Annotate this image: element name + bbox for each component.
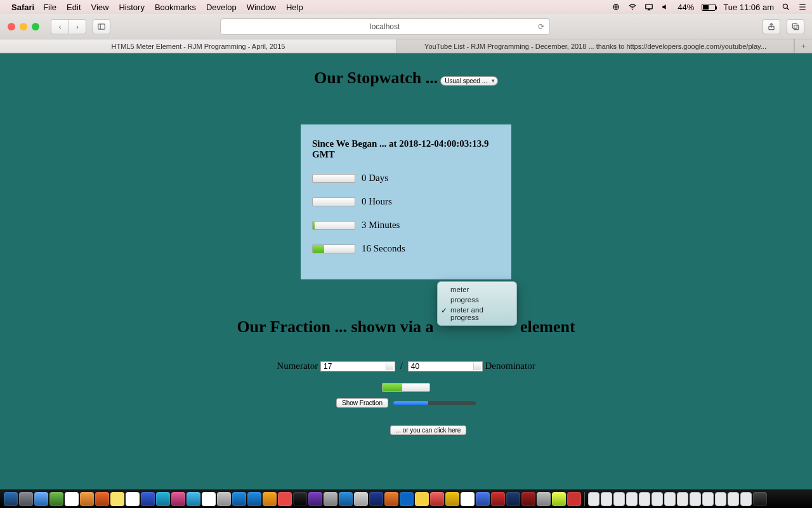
element-type-dropdown[interactable]: meter progress meter and progress [437,281,517,326]
safari-toolbar: ‹ › localhost ⟳ [0,14,812,39]
dock-app[interactable] [324,492,337,506]
menu-view[interactable]: View [91,3,109,12]
dropdown-option-progress[interactable]: progress [438,295,516,305]
dock-app[interactable] [415,492,429,506]
click-here-button[interactable]: ... or you can click here [390,425,467,435]
airplay-icon[interactable] [645,3,653,11]
sidebar-button[interactable] [93,19,110,34]
dock-app[interactable] [95,492,109,506]
dock-min-window[interactable] [677,492,688,506]
dock-min-window[interactable] [702,492,714,506]
dock-app[interactable] [369,492,383,506]
dock-app[interactable] [232,492,246,506]
forward-button[interactable]: › [69,19,86,34]
avast-icon[interactable] [612,3,620,11]
dock-app[interactable] [476,492,490,506]
dock-app[interactable] [187,492,200,506]
denominator-input[interactable]: 40 [408,361,483,371]
menu-file[interactable]: File [43,3,56,12]
dock-app[interactable] [506,492,520,506]
dropdown-option-meter[interactable]: meter [438,284,516,295]
dock-app[interactable] [110,492,124,506]
back-button[interactable]: ‹ [51,19,69,34]
share-button[interactable] [763,19,780,34]
dock-app[interactable] [171,492,185,506]
dock-app[interactable] [65,492,79,506]
minimize-window-button[interactable] [20,23,27,30]
dock-app[interactable] [445,492,459,506]
menu-help[interactable]: Help [286,3,303,12]
dock-min-window[interactable] [728,492,739,506]
dock-app[interactable] [491,492,505,506]
macos-dock [0,489,812,508]
tab-1[interactable]: YouTube List - RJM Programming - Decembe… [397,39,794,53]
dock-min-window[interactable] [588,492,599,506]
volume-icon[interactable] [661,3,670,11]
dock-min-window[interactable] [690,492,701,506]
close-window-button[interactable] [8,23,15,30]
dock-app[interactable] [430,492,444,506]
tabs-button[interactable] [787,19,804,34]
dock-app[interactable] [567,492,581,506]
dock-min-window[interactable] [613,492,625,506]
dock-chrome[interactable] [552,492,566,506]
wifi-icon[interactable] [628,3,637,11]
fullscreen-window-button[interactable] [32,23,39,30]
tab-0[interactable]: HTML5 Meter Element - RJM Programming - … [0,39,397,53]
dock-app[interactable] [126,492,140,506]
show-fraction-button[interactable]: Show Fraction [336,398,388,408]
dock-min-window[interactable] [664,492,676,506]
dock-app[interactable] [19,492,33,506]
dock-app[interactable] [400,492,414,506]
dock-trash[interactable] [753,492,767,506]
dock-app[interactable] [521,492,535,506]
menubar-clock[interactable]: Tue 11:06 am [723,3,774,12]
spotlight-icon[interactable] [782,3,790,11]
dock-safari[interactable] [34,492,48,506]
dock-min-window[interactable] [652,492,663,506]
reload-icon[interactable]: ⟳ [538,22,544,31]
dock-app[interactable] [202,492,216,506]
dock-finder[interactable] [4,492,18,506]
dock-app[interactable] [49,492,63,506]
app-name[interactable]: Safari [11,3,34,12]
notification-center-icon[interactable] [798,3,807,11]
fraction-meter [382,383,430,392]
dock-min-window[interactable] [601,492,612,506]
dock-app[interactable] [80,492,94,506]
dock-app[interactable] [278,492,292,506]
dock-app[interactable] [384,492,398,506]
menu-edit[interactable]: Edit [67,3,81,12]
dock-app[interactable] [308,492,322,506]
meter-hours [312,197,355,206]
dock-app[interactable] [293,492,307,506]
dock-app[interactable] [247,492,261,506]
dropdown-option-meter-and-progress[interactable]: meter and progress [438,305,516,323]
dock-app[interactable] [156,492,170,506]
dock-app[interactable] [354,492,368,506]
menu-develop[interactable]: Develop [206,3,237,12]
numerator-input[interactable]: 17 [320,361,395,371]
svg-rect-6 [792,23,797,28]
dock-min-window[interactable] [626,492,638,506]
dock-app[interactable] [217,492,231,506]
url-bar[interactable]: localhost ⟳ [220,18,550,35]
speed-select[interactable]: Usual speed ... [440,76,498,86]
dock-app[interactable] [141,492,155,506]
menu-bookmarks[interactable]: Bookmarks [155,3,196,12]
menu-window[interactable]: Window [247,3,276,12]
stopwatch-since-label: Since We Began ... at 2018-12-04:00:03:1… [312,138,500,160]
svg-rect-2 [646,4,653,9]
dock-min-window[interactable] [740,492,752,506]
dock-app[interactable] [339,492,353,506]
menu-history[interactable]: History [119,3,144,12]
window-controls [8,23,39,30]
battery-icon[interactable] [702,4,716,11]
numerator-label: Numerator [277,361,318,371]
new-tab-button[interactable]: ＋ [794,39,812,53]
dock-app[interactable] [461,492,475,506]
dock-min-window[interactable] [639,492,650,506]
dock-app[interactable] [537,492,551,506]
dock-min-window[interactable] [715,492,726,506]
dock-app[interactable] [263,492,277,506]
